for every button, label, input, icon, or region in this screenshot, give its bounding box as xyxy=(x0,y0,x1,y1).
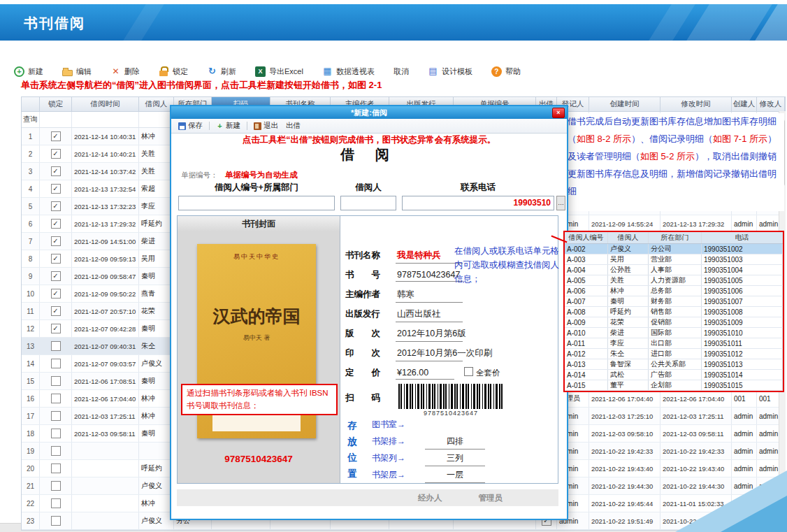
cover-zone: 易中天中华史 汉武的帝国 易中天 著 通过扫描书刊条形码或者输入书刊 IBSN … xyxy=(178,231,340,483)
cell: 李应 xyxy=(139,198,174,215)
column-header[interactable]: 修改人 xyxy=(757,97,785,111)
cell: admin xyxy=(732,425,757,442)
location-link[interactable]: 图书室→ xyxy=(372,419,418,431)
lock-checkbox[interactable] xyxy=(51,446,61,456)
lock-checkbox[interactable]: ✓ xyxy=(51,271,61,281)
lookup-column-header[interactable]: 借阅人编号 xyxy=(565,232,608,243)
field-value[interactable]: 山西出版社 xyxy=(396,308,463,322)
toolbar-button-folder[interactable]: 编辑 xyxy=(62,66,92,77)
column-header[interactable]: 修改时间 xyxy=(660,97,732,111)
page-banner: 书刊借阅 xyxy=(0,4,787,41)
borrower-name-input[interactable] xyxy=(340,196,396,210)
lock-checkbox[interactable]: ✓ xyxy=(51,219,61,229)
location-row: 书架列→三列 xyxy=(372,451,485,466)
field-value[interactable]: ¥126.00 xyxy=(396,368,454,380)
lock-checkbox[interactable] xyxy=(51,341,61,351)
field-value[interactable]: 我是特种兵 xyxy=(396,250,463,264)
field-value[interactable]: 9787510423647 xyxy=(396,270,463,282)
lock-checkbox[interactable]: ✓ xyxy=(51,306,61,316)
lock-checkbox[interactable] xyxy=(51,359,61,368)
toolbar-button-lock[interactable]: 锁定 xyxy=(159,66,188,77)
lock-checkbox[interactable]: ✓ xyxy=(51,131,61,141)
lookup-row[interactable]: A-002卢俊义分公司1990351002 xyxy=(565,244,783,254)
toolbar-button-excel[interactable]: X导出Excel xyxy=(255,66,303,77)
column-header[interactable]: 创建人 xyxy=(732,97,757,111)
borrower-code-input[interactable] xyxy=(178,196,335,210)
lookup-button[interactable]: … xyxy=(556,196,565,210)
field-value[interactable]: 2012年10月第6一次印刷 xyxy=(396,347,463,361)
lock-checkbox[interactable]: ✓ xyxy=(51,149,61,159)
location-link[interactable]: 书架列→ xyxy=(372,452,418,464)
toolbar-button-cancel[interactable]: 取消 xyxy=(394,66,409,77)
cell: 2021-12-06 17:04:40 xyxy=(589,390,660,407)
column-header[interactable]: 创建时间 xyxy=(589,97,660,111)
cell: 朱仝 xyxy=(139,338,174,354)
lookup-row[interactable]: A-003吴用营业部1990351003 xyxy=(565,254,783,265)
location-row: 书架层→一层 xyxy=(372,468,485,483)
lookup-row[interactable]: A-007秦明财务部1990351007 xyxy=(565,296,783,307)
field-value[interactable]: 韩寒 xyxy=(396,289,463,303)
lock-checkbox[interactable]: ✓ xyxy=(51,236,61,246)
full-set-price-checkbox[interactable] xyxy=(464,367,473,376)
toolbar-button-plus[interactable]: +新建 xyxy=(14,66,43,77)
lookup-row[interactable]: A-011李应出口部1990351011 xyxy=(565,338,783,349)
lock-checkbox[interactable] xyxy=(51,481,61,491)
lend-button[interactable]: 出借 xyxy=(283,121,303,131)
location-value[interactable]: 四排 xyxy=(425,436,485,450)
toolbar-button-template[interactable]: ▤设计模板 xyxy=(428,66,472,77)
lookup-row[interactable]: A-015董平企划部1990351015 xyxy=(565,380,783,391)
column-header[interactable]: 借阅人 xyxy=(139,97,174,111)
lock-checkbox[interactable]: ✓ xyxy=(51,201,61,211)
cell: 2021-12-07 09:03:57 xyxy=(72,355,139,372)
lock-checkbox[interactable] xyxy=(51,376,61,386)
lock-checkbox[interactable]: ✓ xyxy=(51,324,61,333)
lookup-row[interactable]: A-013鲁智深公共关系部1990351013 xyxy=(565,359,783,370)
lookup-row[interactable]: A-008呼延灼销售部1990351008 xyxy=(565,307,783,317)
lookup-row[interactable]: A-012朱仝进口部1990351012 xyxy=(565,349,783,359)
lock-checkbox[interactable] xyxy=(51,394,61,403)
location-link[interactable]: 书架层→ xyxy=(372,469,418,481)
dialog-titlebar[interactable]: *新建:借阅 × xyxy=(171,106,567,119)
toolbar-button-help[interactable]: ?帮助 xyxy=(491,66,521,77)
exit-button[interactable]: 退出 xyxy=(251,121,281,131)
location-value[interactable]: 一层 xyxy=(425,469,485,483)
lookup-cell: A-015 xyxy=(565,380,608,390)
location-value[interactable] xyxy=(425,426,485,427)
toolbar-button-refresh[interactable]: ↻刷新 xyxy=(207,66,236,77)
lock-checkbox[interactable]: ✓ xyxy=(51,254,61,264)
cell: 2021-12-07 20:57:10 xyxy=(72,303,139,319)
close-icon[interactable]: × xyxy=(552,108,565,118)
lookup-column-header[interactable]: 电话 xyxy=(702,232,783,243)
lock-checkbox[interactable]: ✓ xyxy=(51,166,61,176)
cell: ✓ xyxy=(40,303,72,319)
lookup-row[interactable]: A-005关胜人力资源部1990351005 xyxy=(565,275,783,286)
location-value[interactable]: 三列 xyxy=(425,452,485,466)
lock-checkbox[interactable] xyxy=(51,411,61,421)
help-icon: ? xyxy=(491,66,502,77)
lookup-row[interactable]: A-004公孙胜人事部1990351004 xyxy=(565,265,783,275)
lock-checkbox[interactable] xyxy=(51,463,61,473)
cell: 2021-12-13 17:32:23 xyxy=(72,198,139,215)
toolbar-button-pivot[interactable]: ▦数据透视表 xyxy=(322,66,375,77)
save-button[interactable]: 保存 xyxy=(175,121,205,131)
lock-checkbox[interactable]: ✓ xyxy=(51,184,61,194)
column-header[interactable]: 借阅时间 xyxy=(72,97,139,111)
lookup-row[interactable]: A-010柴进国际部1990351010 xyxy=(565,328,783,338)
new-button[interactable]: +新建 xyxy=(213,121,243,131)
lookup-column-header[interactable]: 所在部门 xyxy=(649,232,702,243)
lock-checkbox[interactable] xyxy=(51,498,61,508)
lock-checkbox[interactable] xyxy=(51,429,61,438)
toolbar-button-delete[interactable]: ✕删除 xyxy=(110,66,140,77)
lookup-row[interactable]: A-014武松广告部1990351014 xyxy=(565,370,783,380)
location-link[interactable]: 书架排→ xyxy=(372,436,418,447)
save-icon xyxy=(178,122,186,130)
phone-input[interactable]: 19903510 xyxy=(402,196,554,210)
lock-checkbox[interactable]: ✓ xyxy=(51,289,61,299)
cell xyxy=(40,355,72,372)
lookup-row[interactable]: A-009花荣促销部1990351009 xyxy=(565,317,783,328)
field-value[interactable]: 2012年10月第6版 xyxy=(396,328,463,342)
lookup-row[interactable]: A-006林冲总务部1990351006 xyxy=(565,286,783,296)
lookup-column-header[interactable]: 借阅人 xyxy=(608,232,649,243)
column-header[interactable]: 锁定 xyxy=(40,97,72,111)
lock-checkbox[interactable] xyxy=(51,516,61,526)
